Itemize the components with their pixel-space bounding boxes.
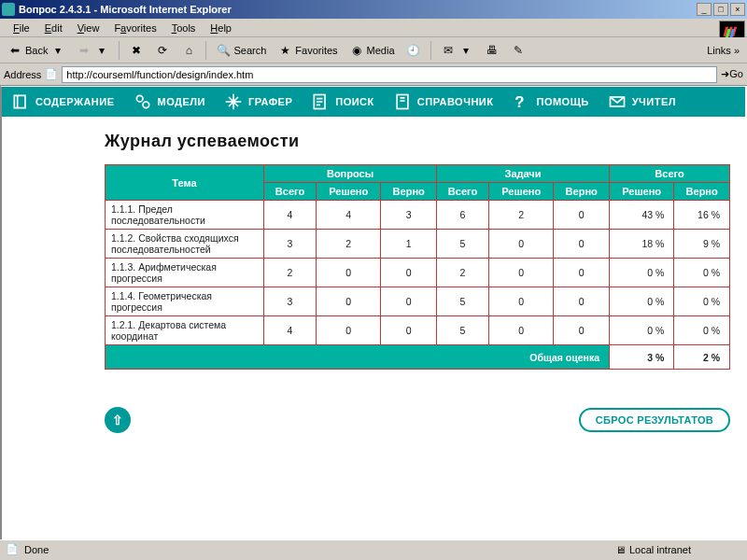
total-label: Общая оценка bbox=[106, 345, 610, 370]
cell-q-total: 2 bbox=[264, 259, 317, 287]
nav-grapher[interactable]: ГРАФЕР bbox=[215, 92, 302, 111]
go-button[interactable]: ➜Go bbox=[721, 68, 743, 80]
forward-icon: ➡ bbox=[77, 43, 92, 58]
refresh-icon: ⟳ bbox=[155, 43, 170, 58]
cell-t-correct: 0 bbox=[554, 287, 610, 316]
axis-icon bbox=[224, 92, 243, 111]
cell-pct-correct: 0 % bbox=[674, 259, 730, 287]
menubar: File Edit View Favorites Tools Help bbox=[0, 19, 747, 37]
menu-file[interactable]: File bbox=[6, 21, 37, 35]
menu-tools[interactable]: Tools bbox=[164, 21, 204, 35]
total-row: Общая оценка 3 % 2 % bbox=[106, 345, 730, 370]
cell-t-total: 5 bbox=[437, 287, 489, 316]
media-button[interactable]: ◉Media bbox=[345, 41, 399, 60]
col-t-correct: Верно bbox=[554, 183, 610, 201]
cell-t-correct: 0 bbox=[554, 316, 610, 345]
menu-favorites[interactable]: Favorites bbox=[106, 21, 163, 35]
nav-search[interactable]: ПОИСК bbox=[302, 92, 384, 111]
cell-topic: 1.2.1. Декартова система координат bbox=[106, 316, 264, 345]
nav-teacher[interactable]: УЧИТЕЛ bbox=[599, 92, 685, 111]
cell-t-total: 5 bbox=[437, 316, 489, 345]
cell-t-total: 2 bbox=[437, 259, 489, 287]
cell-pct-correct: 16 % bbox=[674, 201, 730, 230]
grades-table: Тема Вопросы Задачи Всего Всего Решено В… bbox=[105, 164, 730, 370]
stop-icon: ✖ bbox=[129, 43, 144, 58]
print-button[interactable]: 🖶 bbox=[481, 41, 503, 60]
table-row: 1.1.2. Свойства сходящихся последователь… bbox=[106, 230, 730, 259]
cell-topic: 1.1.3. Арифметическая прогрессия bbox=[106, 259, 264, 287]
menu-help[interactable]: Help bbox=[203, 21, 239, 35]
reset-button[interactable]: СБРОС РЕЗУЛЬТАТОВ bbox=[579, 408, 730, 432]
cell-q-correct: 0 bbox=[381, 316, 437, 345]
cell-t-solved: 0 bbox=[489, 316, 554, 345]
table-row: 1.2.1. Декартова система координат400500… bbox=[106, 316, 730, 345]
actions-row: ⇧ СБРОС РЕЗУЛЬТАТОВ bbox=[105, 407, 730, 433]
nav-help[interactable]: ? ПОМОЩЬ bbox=[502, 92, 598, 111]
cell-t-correct: 0 bbox=[554, 201, 610, 230]
toolbar: ⬅Back▾ ➡▾ ✖ ⟳ ⌂ 🔍Search ★Favorites ◉Medi… bbox=[0, 37, 747, 63]
statusbar: 📄 Done 🖥 Local intranet bbox=[0, 539, 747, 558]
chevron-down-icon: ▾ bbox=[50, 43, 65, 58]
cell-t-solved: 0 bbox=[489, 259, 554, 287]
envelope-icon bbox=[608, 92, 627, 111]
edit-button[interactable]: ✎ bbox=[507, 41, 529, 60]
address-bar: Address 📄 ➜Go bbox=[0, 63, 747, 86]
cell-t-solved: 0 bbox=[489, 230, 554, 259]
col-q-solved: Решено bbox=[317, 183, 381, 201]
cell-topic: 1.1.2. Свойства сходящихся последователь… bbox=[106, 230, 264, 259]
address-input[interactable] bbox=[62, 66, 717, 83]
forward-button[interactable]: ➡▾ bbox=[73, 41, 113, 60]
colgroup-tasks: Задачи bbox=[437, 165, 610, 183]
colgroup-questions: Вопросы bbox=[264, 165, 437, 183]
cell-pct-correct: 0 % bbox=[674, 316, 730, 345]
col-pct-solved: Решено bbox=[610, 183, 674, 201]
favorites-button[interactable]: ★Favorites bbox=[274, 41, 341, 60]
close-button[interactable]: × bbox=[730, 3, 745, 16]
page-icon: 📄 bbox=[6, 543, 19, 555]
cell-topic: 1.1.1. Предел последовательности bbox=[106, 201, 264, 230]
cell-q-correct: 1 bbox=[381, 230, 437, 259]
cell-pct-solved: 18 % bbox=[610, 230, 674, 259]
links-button[interactable]: Links » bbox=[703, 43, 743, 58]
scroll-up-button[interactable]: ⇧ bbox=[105, 407, 131, 433]
stop-button[interactable]: ✖ bbox=[125, 41, 148, 60]
minimize-button[interactable]: _ bbox=[697, 3, 712, 16]
page-body: Журнал успеваемости Тема Вопросы Задачи … bbox=[2, 117, 745, 442]
status-text: Done bbox=[24, 544, 49, 555]
colgroup-total: Всего bbox=[610, 165, 730, 183]
col-pct-correct: Верно bbox=[674, 183, 730, 201]
nav-models[interactable]: МОДЕЛИ bbox=[124, 92, 215, 111]
media-icon: ◉ bbox=[349, 43, 364, 58]
history-button[interactable]: 🕘 bbox=[402, 41, 425, 60]
nav-reference[interactable]: СПРАВОЧНИК bbox=[384, 92, 503, 111]
back-button[interactable]: ⬅Back▾ bbox=[4, 41, 69, 60]
chevron-down-icon: ▾ bbox=[94, 43, 109, 58]
cell-q-total: 4 bbox=[264, 316, 317, 345]
svg-point-1 bbox=[136, 95, 143, 102]
menu-edit[interactable]: Edit bbox=[37, 21, 70, 35]
col-t-solved: Решено bbox=[489, 183, 554, 201]
cell-q-solved: 2 bbox=[317, 230, 381, 259]
refresh-button[interactable]: ⟳ bbox=[151, 41, 174, 60]
svg-text:?: ? bbox=[515, 93, 526, 111]
print-icon: 🖶 bbox=[485, 43, 500, 58]
table-row: 1.1.4. Геометрическая прогрессия3005000 … bbox=[106, 287, 730, 316]
home-icon: ⌂ bbox=[181, 43, 196, 58]
search-button[interactable]: 🔍Search bbox=[212, 41, 270, 60]
app-nav: СОДЕРЖАНИЕ МОДЕЛИ ГРАФЕР ПОИСК СПРАВОЧНИ… bbox=[2, 87, 745, 117]
chevron-right-icon: » bbox=[734, 45, 740, 56]
maximize-button[interactable]: □ bbox=[713, 3, 728, 16]
nav-contents[interactable]: СОДЕРЖАНИЕ bbox=[2, 92, 124, 111]
cell-q-correct: 0 bbox=[381, 259, 437, 287]
table-row: 1.1.1. Предел последовательности44362043… bbox=[106, 201, 730, 230]
cell-q-total: 4 bbox=[264, 201, 317, 230]
cell-q-solved: 0 bbox=[317, 259, 381, 287]
up-arrow-icon: ⇧ bbox=[112, 413, 123, 427]
mail-button[interactable]: ✉▾ bbox=[437, 41, 477, 60]
menu-view[interactable]: View bbox=[70, 21, 107, 35]
search-icon: 🔍 bbox=[216, 43, 231, 58]
titlebar: Вопрос 2.4.3.1 - Microsoft Internet Expl… bbox=[0, 0, 747, 19]
go-icon: ➜ bbox=[721, 68, 729, 79]
home-button[interactable]: ⌂ bbox=[177, 41, 200, 60]
svg-point-2 bbox=[143, 102, 149, 108]
